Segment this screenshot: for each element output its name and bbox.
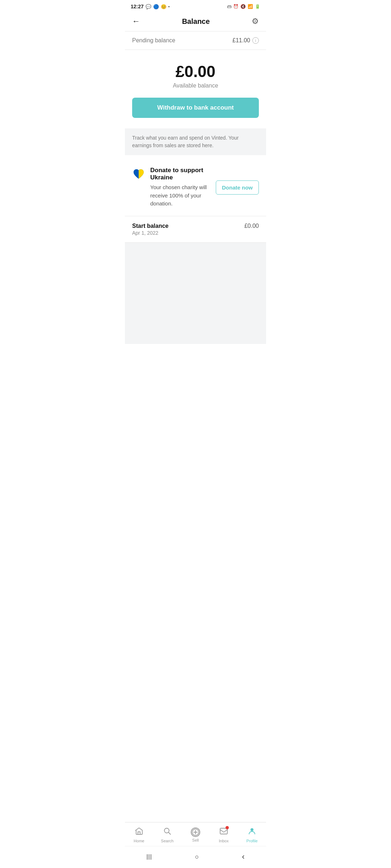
settings-button[interactable]: ⚙ — [250, 15, 260, 27]
transactions-section: Start balance Apr 1, 2022 £0.00 — [125, 216, 266, 344]
donate-now-button[interactable]: Donate now — [216, 180, 259, 195]
pending-balance-label: Pending balance — [132, 37, 175, 44]
transaction-date: Apr 1, 2022 — [132, 230, 168, 236]
transaction-amount: £0.00 — [244, 223, 259, 229]
pending-balance-amount: £11.00 — [232, 37, 250, 44]
donate-description: Your chosen charity will receive 100% of… — [150, 183, 211, 208]
bluetooth-icon: 🔵 — [153, 4, 159, 9]
page-title: Balance — [182, 17, 210, 26]
wifi-icon: 📶 — [248, 4, 253, 9]
empty-area — [125, 243, 266, 344]
top-bar: ← Balance ⚙ — [125, 12, 266, 31]
ukraine-heart-icon — [132, 167, 145, 183]
status-bar: 12:27 💬 🔵 😊 • 🗃 ⏰ 🔇 📶 🔋 — [125, 0, 266, 12]
back-button[interactable]: ← — [131, 15, 142, 27]
info-banner: Track what you earn and spend on Vinted.… — [125, 128, 266, 155]
pending-info-icon[interactable]: i — [252, 37, 259, 44]
battery-icon: 🔋 — [255, 4, 260, 9]
balance-section: £0.00 Available balance Withdraw to bank… — [125, 50, 266, 128]
transaction-title: Start balance — [132, 223, 168, 229]
pending-amount-wrap: £11.00 i — [232, 37, 259, 44]
mute-icon: 🔇 — [240, 4, 246, 9]
available-balance-amount: £0.00 — [132, 63, 259, 80]
info-banner-text: Track what you earn and spend on Vinted.… — [132, 134, 259, 149]
status-right: 🗃 ⏰ 🔇 📶 🔋 — [227, 4, 260, 9]
status-left: 12:27 💬 🔵 😊 • — [131, 4, 170, 9]
withdraw-button[interactable]: Withdraw to bank account — [132, 98, 259, 118]
donate-section: Donate to support Ukraine Your chosen ch… — [125, 159, 266, 216]
donate-text: Donate to support Ukraine Your chosen ch… — [150, 167, 211, 208]
pending-balance-row: Pending balance £11.00 i — [125, 31, 266, 50]
status-time: 12:27 — [131, 4, 144, 9]
transaction-info: Start balance Apr 1, 2022 — [132, 223, 168, 236]
transaction-item: Start balance Apr 1, 2022 £0.00 — [125, 216, 266, 243]
dot-icon: • — [168, 4, 170, 9]
sd-icon: 🗃 — [227, 4, 231, 9]
alarm-icon: ⏰ — [233, 4, 239, 9]
face-icon: 😊 — [161, 4, 167, 9]
donate-title: Donate to support Ukraine — [150, 167, 211, 181]
messenger-icon: 💬 — [146, 4, 151, 9]
available-balance-label: Available balance — [132, 82, 259, 89]
